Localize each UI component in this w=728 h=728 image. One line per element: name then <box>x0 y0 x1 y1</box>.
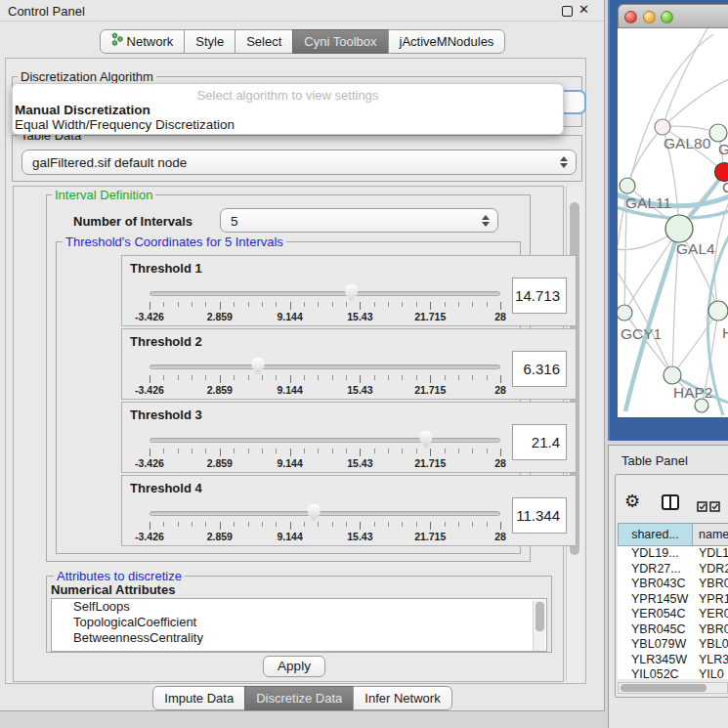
network-node[interactable] <box>708 301 728 321</box>
tab-cyni-toolbox[interactable]: Cyni Toolbox <box>292 29 388 54</box>
slider-tick-label: 9.144 <box>277 384 302 396</box>
network-node[interactable] <box>664 366 681 384</box>
algorithm-popup-item-equal-width-frequency[interactable]: Equal Width/Frequency Discretization <box>15 117 235 132</box>
table-cell: YBR0 <box>693 577 728 592</box>
table-panel-body: ⚙ shared... name YDL19...YDL1YDR27...YDR… <box>615 474 728 698</box>
number-of-intervals-combobox[interactable]: 5 <box>220 208 498 233</box>
column-selector-icon[interactable] <box>662 494 679 514</box>
threshold-label: Threshold 2 <box>130 334 202 349</box>
threshold-label: Threshold 4 <box>130 481 202 495</box>
minimize-traffic-light-icon[interactable] <box>643 11 656 23</box>
network-node[interactable] <box>695 399 708 412</box>
tab-network[interactable]: Network <box>100 29 186 54</box>
table-row[interactable]: YER054CYER0 <box>618 607 728 622</box>
slider-tick-label: 2.859 <box>207 457 233 469</box>
slider-thumb[interactable] <box>307 504 321 522</box>
table-cell: YDR27... <box>618 562 693 578</box>
algorithm-popup-item-manual-discretization[interactable]: Manual Discretization <box>15 103 150 117</box>
top-tab-bar: NetworkStyleSelectCyni ToolboxjActiveMNo… <box>0 29 605 54</box>
table-row[interactable]: YIL052CYIL0 <box>618 667 728 679</box>
table-row[interactable]: YBR045CYBR0 <box>618 622 728 638</box>
attribute-item-topologicalcoefficient[interactable]: TopologicalCoefficient <box>52 615 546 630</box>
thresholds-coordinates-group-title: Threshold's Coordinates for 5 Intervals <box>63 235 286 249</box>
table-row[interactable]: YLR345WYLR3 <box>618 653 728 668</box>
table-cell: YBR045C <box>618 622 693 638</box>
table-row[interactable]: YPR145WYPR1 <box>618 592 728 608</box>
discretization-algorithm-group-title: Discretization Algorithm <box>18 69 156 84</box>
network-node-label: GAL80 <box>664 135 711 151</box>
scrollbar-thumb[interactable] <box>621 684 707 692</box>
network-edge <box>663 79 728 127</box>
close-traffic-light-icon[interactable] <box>624 11 637 23</box>
threshold-panel-2: Threshold 2-3.4262.8599.14415.4321.71528… <box>121 328 577 400</box>
table-panel-title: Table Panel <box>621 453 688 468</box>
algorithm-popup-placeholder: Select algorithm to view settings <box>13 88 563 103</box>
tab-label: Style <box>195 30 224 54</box>
attribute-item-betweennesscentrality[interactable]: BetweennessCentrality <box>52 630 546 646</box>
slider-tick-label: 9.144 <box>277 311 302 322</box>
slider-tick-label: -3.426 <box>135 531 164 542</box>
tab-impute-data[interactable]: Impute Data <box>152 686 245 710</box>
table-data-combobox[interactable]: galFiltered.sif default node <box>21 150 577 175</box>
attribute-item-selfloops[interactable]: SelfLoops <box>52 599 546 615</box>
slider-thumb[interactable] <box>418 431 433 449</box>
checkbox-icon[interactable] <box>697 498 707 516</box>
threshold-value-field[interactable]: 6.316 <box>512 351 567 387</box>
network-node-label: H <box>722 324 728 341</box>
slider-thumb[interactable] <box>250 358 265 375</box>
slider-thumb[interactable] <box>344 284 359 302</box>
network-node-label: GAL11 <box>625 194 671 211</box>
tab-label: Select <box>246 30 281 54</box>
network-node[interactable] <box>709 124 727 142</box>
network-node[interactable] <box>618 305 632 321</box>
tab-label: Infer Network <box>364 687 440 710</box>
table-panel-window: Table Panel ⚙ shared... name YDL19...YDL… <box>608 445 728 728</box>
table-horizontal-scrollbar[interactable] <box>618 682 728 694</box>
threshold-value-field[interactable]: 11.344 <box>512 497 567 534</box>
network-view-window: GAL80GACGAL11GAL4GCY1HHAP2 <box>608 0 728 441</box>
tab-infer-network[interactable]: Infer Network <box>353 686 451 710</box>
apply-button[interactable]: Apply <box>263 656 325 677</box>
slider-track[interactable] <box>150 511 500 516</box>
slider-tick-label: 28 <box>494 457 506 469</box>
network-node[interactable] <box>665 215 693 242</box>
tab-style[interactable]: Style <box>184 29 236 54</box>
tab-jactivemnodules[interactable]: jActiveMNodules <box>388 29 506 54</box>
slider-major-ticks <box>150 449 502 456</box>
tab-select[interactable]: Select <box>235 29 293 54</box>
table-row[interactable]: YDL19...YDL1 <box>618 546 728 562</box>
column-header-name[interactable]: name <box>693 523 728 546</box>
combo-stepper-icon <box>560 156 568 168</box>
zoom-traffic-light-icon[interactable] <box>661 11 673 23</box>
column-header-shared-name[interactable]: shared... <box>618 523 693 546</box>
float-window-icon[interactable] <box>562 6 573 17</box>
checkbox-icon[interactable] <box>709 498 720 516</box>
network-node[interactable] <box>620 178 635 193</box>
table-cell: YBL079W <box>618 637 693 653</box>
threshold-panel-3: Threshold 3-3.4262.8599.14415.4321.71528… <box>121 402 577 473</box>
table-row[interactable]: YBR043CYBR0 <box>618 577 728 592</box>
control-panel-title: Control Panel <box>8 4 85 19</box>
slider-tick-label: -3.426 <box>135 311 164 322</box>
table-row[interactable]: YBL079WYBL0 <box>618 637 728 653</box>
table-cell: YIL0 <box>693 667 728 679</box>
slider-track[interactable] <box>150 364 500 369</box>
attributes-list-scrollbar[interactable] <box>533 600 545 652</box>
close-icon[interactable]: ✕ <box>578 2 589 17</box>
node-attribute-table: shared... name YDL19...YDL1YDR27...YDR2Y… <box>618 523 728 679</box>
scrollbar-thumb[interactable] <box>535 602 544 631</box>
tab-discretize-data[interactable]: Discretize Data <box>244 686 354 710</box>
slider-track[interactable] <box>150 438 500 443</box>
table-row[interactable]: YDR27...YDR2 <box>618 562 728 578</box>
gear-icon[interactable]: ⚙ <box>624 492 640 510</box>
network-canvas[interactable]: GAL80GACGAL11GAL4GCY1HHAP2 <box>618 28 728 417</box>
slider-tick-label: 21.715 <box>414 311 446 322</box>
threshold-value-field[interactable]: 14.713 <box>512 278 567 314</box>
numerical-attributes-label: Numerical Attributes <box>51 582 175 597</box>
slider-track[interactable] <box>150 291 500 296</box>
network-window-titlebar[interactable] <box>618 4 728 28</box>
tab-label: jActiveMNodules <box>400 30 494 54</box>
network-node[interactable] <box>655 119 670 135</box>
threshold-value-field[interactable]: 21.4 <box>512 424 567 460</box>
slider-tick-label: 15.43 <box>347 457 372 469</box>
